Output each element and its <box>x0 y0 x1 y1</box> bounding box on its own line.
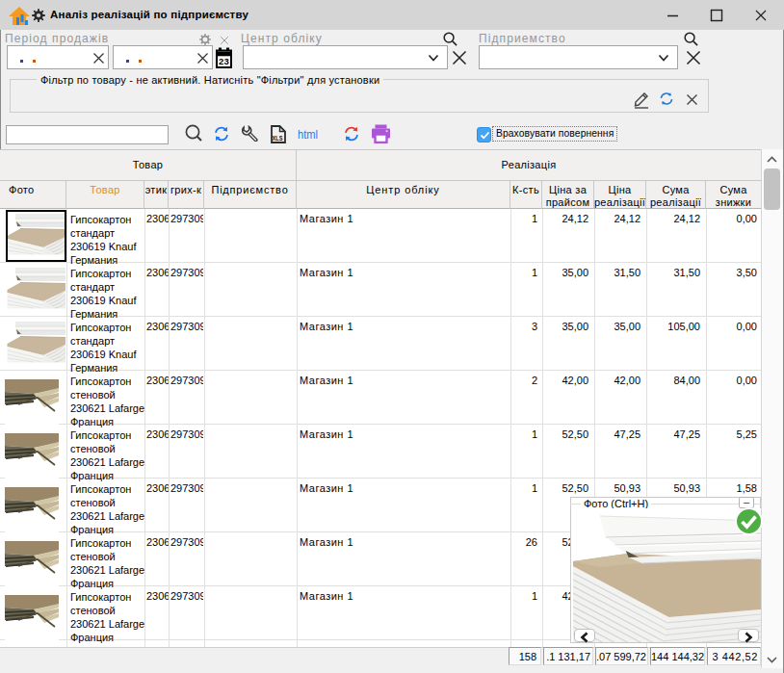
svg-text:XLS: XLS <box>273 134 283 142</box>
svg-text:23: 23 <box>219 56 229 66</box>
svg-text:html: html <box>298 127 318 142</box>
